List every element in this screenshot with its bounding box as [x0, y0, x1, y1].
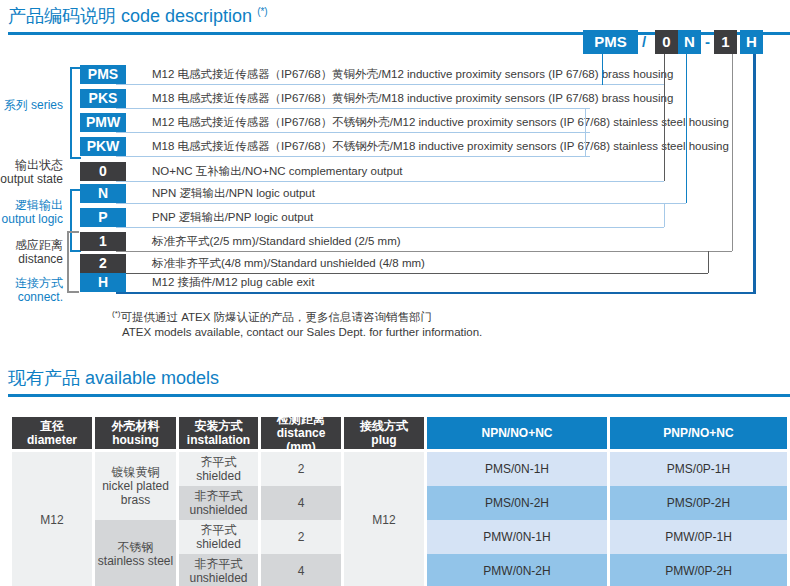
connector-line — [664, 203, 665, 227]
code-box-0: 0 — [80, 162, 126, 181]
cell-install: 齐平式shielded — [179, 452, 258, 486]
cell-distance: 4 — [261, 554, 341, 586]
header-installation: 安装方式installation — [179, 417, 258, 449]
top-code-distance: 1 — [714, 30, 737, 54]
distance-group-bracket — [67, 231, 79, 293]
code-desc-pmw: M12 电感式接近传感器（IP67/68）不锈钢外壳/M12 inductive… — [152, 113, 729, 132]
code-box-pkw: PKW — [80, 137, 126, 156]
cell-model-npn: PMW/0N-1H — [427, 520, 607, 554]
code-box-pms: PMS — [80, 65, 126, 84]
code-box-pmw: PMW — [80, 113, 126, 132]
connector-underline — [116, 292, 756, 294]
code-desc-p: PNP 逻辑输出/PNP logic output — [152, 208, 313, 227]
top-code-connect: H — [740, 30, 763, 54]
code-desc-n: NPN 逻辑输出/NPN logic output — [152, 184, 315, 203]
section1-title: 产品编码说明 code description (*) — [8, 4, 268, 28]
connector-underline — [116, 203, 686, 204]
cell-housing-steel: 不锈钢stainless steel — [95, 520, 176, 586]
footnote: (*)可提供通过 ATEX 防爆认证的产品，更多信息请咨询销售部门 ATEX m… — [112, 306, 482, 340]
connector-line — [664, 54, 665, 181]
connector-underline — [116, 227, 664, 228]
top-code-state: 0 — [655, 30, 678, 54]
connector-underline — [116, 156, 590, 157]
group-label-distance: 感应距离distance — [0, 238, 63, 266]
code-desc-1: 标准齐平式(2/5 mm)/Standard shielded (2/5 mm) — [152, 232, 401, 251]
footnote-line1: (*)可提供通过 ATEX 防爆认证的产品，更多信息请咨询销售部门 — [112, 306, 482, 325]
connector-underline — [116, 251, 732, 252]
section2-title: 现有产品 available models — [8, 366, 219, 390]
cell-install: 齐平式shielded — [179, 520, 258, 554]
header-distance: 检测距离distance (mm) — [261, 417, 341, 449]
connector-line — [602, 54, 603, 85]
models-table-body: M12 镀镍黄铜nickel plated brass 不锈钢stainless… — [12, 452, 788, 586]
code-box-n: N — [80, 184, 126, 203]
connector-line — [585, 108, 586, 156]
footnote-line2: ATEX models available, contact our Sales… — [112, 325, 482, 340]
group-label-output-state: 输出状态output state — [0, 158, 63, 186]
section2-rule — [8, 394, 790, 397]
group-label-connect: 连接方式connect. — [0, 276, 63, 304]
top-code-slash: / — [642, 30, 646, 54]
connector-line — [708, 251, 709, 273]
header-diameter: 直径diameter — [12, 417, 92, 449]
code-box-pks: PKS — [80, 89, 126, 108]
cell-diameter: M12 — [12, 452, 92, 586]
cell-housing-brass: 镀镍黄铜nickel plated brass — [95, 452, 176, 520]
top-code-series: PMS — [583, 30, 638, 54]
cell-model-pnp: PMW/0P-2H — [610, 554, 787, 586]
section2-title-zh: 现有产品 — [8, 368, 80, 388]
section1-title-zh: 产品编码说明 — [8, 6, 116, 26]
code-box-h: H — [80, 273, 126, 292]
cell-install: 非齐平式unshielded — [179, 554, 258, 586]
section2-title-en: available models — [85, 368, 219, 388]
cell-distance: 4 — [261, 486, 341, 520]
cell-plug: M12 — [344, 452, 424, 586]
group-label-series: 系列 series — [0, 98, 63, 112]
connector-line — [753, 54, 756, 294]
code-desc-pkw: M18 电感式接近传感器（IP67/68）不锈钢外壳/M18 inductive… — [152, 137, 729, 156]
cell-model-npn: PMS/0N-1H — [427, 452, 607, 486]
header-npn: NPN/NO+NC — [427, 417, 607, 449]
code-box-p: P — [80, 208, 126, 227]
code-box-2: 2 — [80, 254, 126, 273]
code-desc-0: NO+NC 互补输出/NO+NC complementary output — [152, 162, 403, 181]
connector-underline — [116, 181, 664, 182]
code-desc-h: M12 接插件/M12 plug cable exit — [152, 273, 314, 292]
header-plug: 接线方式plug — [344, 417, 424, 449]
cell-model-pnp: PMW/0P-1H — [610, 520, 787, 554]
header-pnp: PNP/NO+NC — [610, 417, 787, 449]
connector-underline — [116, 108, 590, 109]
connector-line — [686, 54, 687, 203]
cell-distance: 2 — [261, 452, 341, 486]
connector-line — [732, 54, 733, 251]
cell-model-npn: PMW/0N-2H — [427, 554, 607, 586]
header-housing: 外壳材料housing — [95, 417, 176, 449]
cell-model-pnp: PMS/0P-2H — [610, 486, 787, 520]
group-label-output-logic: 逻辑输出output logic — [0, 198, 63, 226]
cell-model-npn: PMS/0N-2H — [427, 486, 607, 520]
code-desc-2: 标准非齐平式(4/8 mm)/Standard unshielded (4/8 … — [152, 254, 425, 273]
connector-underline — [116, 132, 590, 133]
datasheet-page: 产品编码说明 code description (*) PMS / 0 N - … — [0, 0, 790, 586]
top-code-dash: - — [705, 30, 710, 54]
cell-model-pnp: PMS/0P-1H — [610, 452, 787, 486]
models-table-header: 直径diameter 外壳材料housing 安装方式installation … — [12, 417, 788, 449]
section1-title-sup: (*) — [257, 6, 268, 17]
code-desc-pks: M18 电感式接近传感器（IP67/68）黄铜外壳/M18 inductive … — [152, 89, 673, 108]
section1-title-en: code description — [121, 6, 252, 26]
cell-install: 非齐平式unshielded — [179, 486, 258, 520]
top-code-logic: N — [678, 30, 701, 54]
connector-underline — [116, 84, 665, 85]
cell-distance: 2 — [261, 520, 341, 554]
code-box-1: 1 — [80, 232, 126, 251]
code-desc-pms: M12 电感式接近传感器（IP67/68）黄铜外壳/M12 inductive … — [152, 65, 673, 84]
